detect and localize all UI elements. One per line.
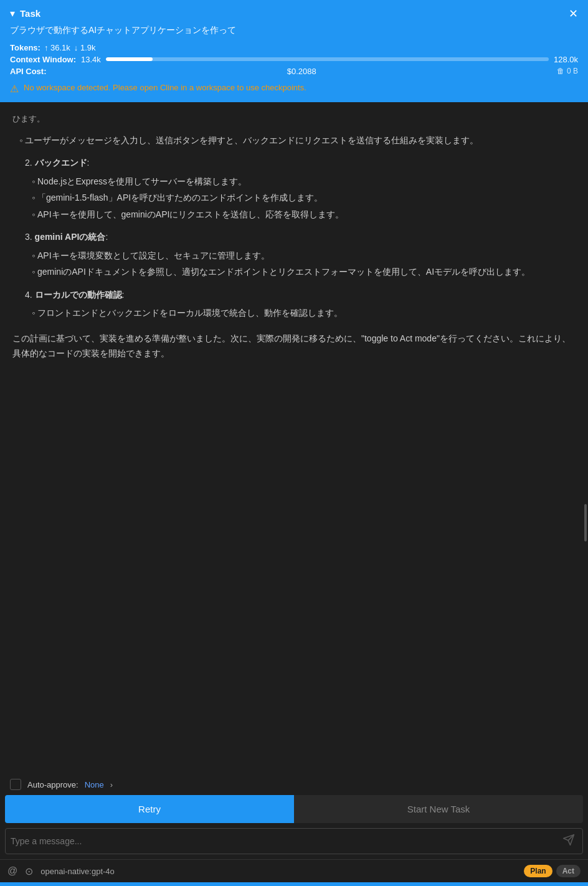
retry-button[interactable]: Retry [5, 795, 294, 823]
context-progress-bar [106, 57, 549, 61]
auto-approve-value[interactable]: None [85, 780, 104, 789]
context-label: Context Window: [10, 55, 76, 64]
section1-list: ユーザーがメッセージを入力し、送信ボタンを押すと、バックエンドにリクエストを送信… [12, 133, 576, 147]
model-name: openai-native:gpt-4o [40, 867, 115, 876]
section4-title: 4. ローカルでの動作確認: [25, 288, 576, 303]
context-max: 128.0k [554, 55, 578, 64]
auto-approve-label: Auto-approve: [27, 780, 78, 789]
auto-approve-chevron[interactable]: › [110, 780, 113, 789]
task-label: Task [20, 8, 40, 19]
message-input[interactable] [11, 829, 560, 854]
list-item: 「gemini-1.5-flash」APIを呼び出すためのエンドポイントを作成し… [37, 191, 576, 204]
section2-title: 2. バックエンド: [25, 156, 576, 171]
list-item: フロントエンドとバックエンドをローカル環境で統合し、動作を確認します。 [37, 306, 576, 320]
storage-badge: 🗑 0 B [557, 67, 578, 75]
list-item: Node.jsとExpressを使用してサーバーを構築します。 [37, 174, 576, 188]
act-badge[interactable]: Act [556, 865, 581, 877]
list-item: APIキーを使用して、geminiのAPIにリクエストを送信し、応答を取得します… [37, 207, 576, 221]
storage-value: 0 B [567, 67, 578, 75]
section3-list: APIキーを環境変数として設定し、セキュアに管理します。 geminiのAPIド… [25, 249, 576, 279]
camera-icon[interactable]: ⊙ [25, 865, 33, 877]
send-button[interactable] [560, 831, 577, 852]
tokens-label: Tokens: [10, 43, 40, 52]
close-button[interactable]: ✕ [569, 8, 578, 19]
section4-list: フロントエンドとバックエンドをローカル環境で統合し、動作を確認します。 [25, 306, 576, 320]
section3-title: 3. gemini APIの統合: [25, 230, 576, 245]
collapse-icon[interactable]: ▾ [10, 7, 15, 19]
bottom-section: Auto-approve: None › Retry Start New Tas… [0, 773, 588, 882]
tokens-down: ↓ 1.9k [74, 43, 96, 52]
section2-list: Node.jsとExpressを使用してサーバーを構築します。 「gemini-… [25, 174, 576, 221]
truncated-top: ひます。 [12, 112, 576, 126]
list-item: ユーザーがメッセージを入力し、送信ボタンを押すと、バックエンドにリクエストを送信… [25, 133, 576, 147]
auto-approve-row: Auto-approve: None › [0, 773, 588, 795]
context-value: 13.4k [81, 55, 101, 64]
warning-text: No workspace detected. Please open Cline… [24, 82, 306, 93]
task-header: ▾ Task ✕ ブラウザで動作するAIチャットアプリケーションを作って Tok… [0, 0, 588, 102]
main-content: ひます。 ユーザーがメッセージを入力し、送信ボタンを押すと、バックエンドにリクエ… [0, 102, 588, 773]
blue-strip [0, 882, 588, 886]
message-input-row [5, 828, 583, 854]
task-prompt: ブラウザで動作するAIチャットアプリケーションを作って [10, 24, 578, 37]
context-progress-fill [106, 57, 153, 61]
plan-badge[interactable]: Plan [524, 865, 552, 877]
summary-text: この計画に基づいて、実装を進める準備が整いました。次に、実際の開発に移るために、… [12, 331, 576, 361]
auto-approve-checkbox[interactable] [10, 779, 21, 790]
list-item: APIキーを環境変数として設定し、セキュアに管理します。 [37, 249, 576, 262]
api-cost-label: API Cost: [10, 67, 47, 76]
scroll-indicator[interactable] [584, 504, 587, 541]
api-cost-value: $0.2088 [287, 67, 316, 76]
warning-icon: ⚠ [10, 83, 19, 95]
action-buttons: Retry Start New Task [0, 795, 588, 828]
trash-icon: 🗑 [557, 67, 564, 75]
footer-bar: @ ⊙ openai-native:gpt-4o Plan Act [0, 859, 588, 882]
list-item: geminiのAPIドキュメントを参照し、適切なエンドポイントとリクエストフォー… [37, 265, 576, 279]
new-task-button[interactable]: Start New Task [294, 795, 583, 823]
at-icon[interactable]: @ [7, 865, 17, 877]
tokens-up: ↑ 36.1k [44, 43, 70, 52]
